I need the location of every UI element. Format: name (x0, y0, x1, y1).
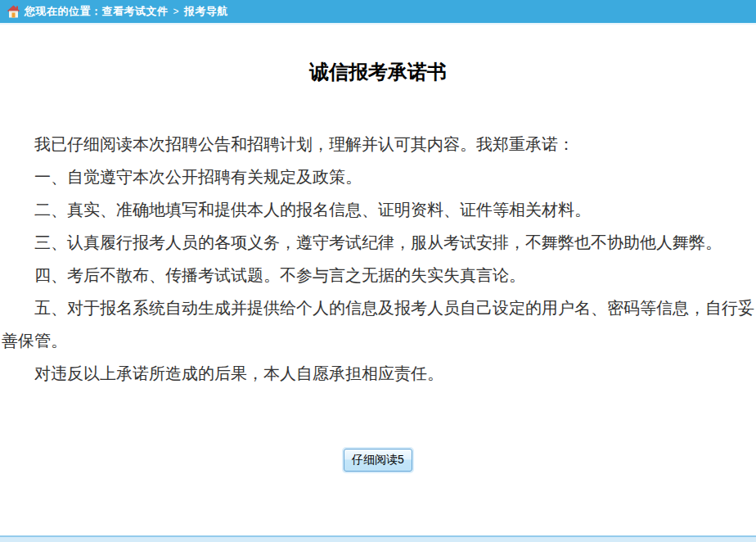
document-body: 我已仔细阅读本次招聘公告和招聘计划，理解并认可其内容。我郑重承诺： 一、自觉遵守… (2, 128, 754, 390)
paragraph-closing: 对违反以上承诺所造成的后果，本人自愿承担相应责任。 (2, 357, 754, 390)
page-title: 诚信报考承诺书 (2, 25, 754, 84)
paragraph-item-4: 四、考后不散布、传播考试试题。不参与言之无据的失实失真言论。 (2, 259, 754, 291)
footer-strip (0, 535, 756, 542)
home-icon (7, 5, 20, 18)
breadcrumb: 您现在的位置：查看考试文件>报考导航 (25, 4, 228, 19)
read-carefully-countdown-button[interactable]: 仔细阅读5 (344, 449, 412, 472)
breadcrumb-link-apply-nav[interactable]: 报考导航 (184, 5, 228, 17)
paragraph-intro: 我已仔细阅读本次招聘公告和招聘计划，理解并认可其内容。我郑重承诺： (2, 128, 754, 160)
paragraph-item-1: 一、自觉遵守本次公开招聘有关规定及政策。 (2, 160, 754, 193)
commitment-document: 诚信报考承诺书 我已仔细阅读本次招聘公告和招聘计划，理解并认可其内容。我郑重承诺… (0, 25, 756, 472)
breadcrumb-bar: 您现在的位置：查看考试文件>报考导航 (0, 0, 756, 25)
paragraph-item-2: 二、真实、准确地填写和提供本人的报名信息、证明资料、证件等相关材料。 (2, 193, 754, 226)
button-row: 仔细阅读5 (2, 449, 754, 472)
paragraph-item-5: 五、对于报名系统自动生成并提供给个人的信息及报考人员自己设定的用户名、密码等信息… (2, 291, 754, 357)
breadcrumb-link-exam-files[interactable]: 查看考试文件 (102, 5, 169, 17)
breadcrumb-label: 您现在的位置： (25, 5, 102, 17)
paragraph-item-3: 三、认真履行报考人员的各项义务，遵守考试纪律，服从考试安排，不舞弊也不协助他人舞… (2, 226, 754, 259)
breadcrumb-separator: > (173, 6, 180, 17)
